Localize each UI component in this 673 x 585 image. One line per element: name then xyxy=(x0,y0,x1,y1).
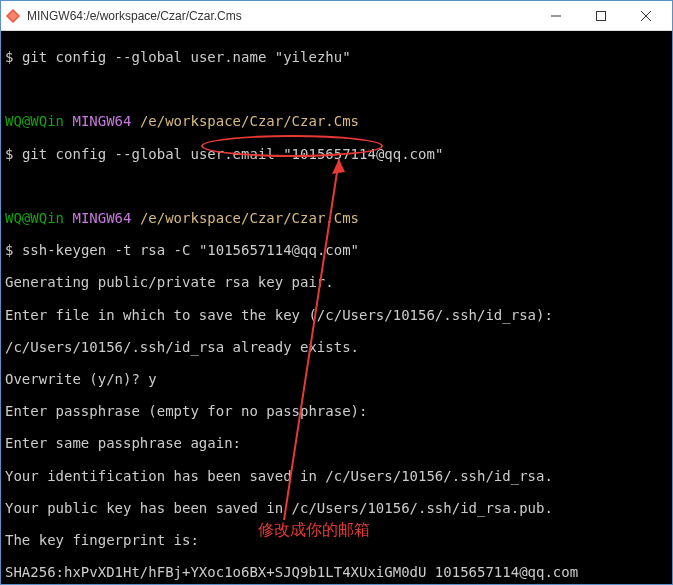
output-line: Enter same passphrase again: xyxy=(5,435,668,451)
terminal-window: MINGW64:/e/workspace/Czar/Czar.Cms $ git… xyxy=(0,0,673,585)
prompt-env: MINGW64 xyxy=(72,210,131,226)
window-title: MINGW64:/e/workspace/Czar/Czar.Cms xyxy=(27,9,533,23)
output-line: /c/Users/10156/.ssh/id_rsa already exist… xyxy=(5,339,668,355)
prompt-dollar: $ xyxy=(5,49,13,65)
prompt-path: /e/workspace/Czar/Czar.Cms xyxy=(140,210,359,226)
window-controls xyxy=(533,2,668,30)
maximize-button[interactable] xyxy=(578,2,623,30)
output-line: SHA256:hxPvXD1Ht/hFBj+YXoc1o6BX+SJQ9b1LT… xyxy=(5,564,668,580)
app-icon xyxy=(5,8,21,24)
output-line: The key fingerprint is: xyxy=(5,532,668,548)
command-text: git config --global user.email "10156571… xyxy=(22,146,443,162)
prompt-env: MINGW64 xyxy=(72,113,131,129)
output-line: Overwrite (y/n)? y xyxy=(5,371,668,387)
prompt-userhost: WQ@WQin xyxy=(5,113,64,129)
prompt-dollar: $ xyxy=(5,146,13,162)
command-text: git config --global user.name "yilezhu" xyxy=(22,49,351,65)
command-text: ssh-keygen -t rsa -C "1015657114@qq.com" xyxy=(22,242,359,258)
prompt-path: /e/workspace/Czar/Czar.Cms xyxy=(140,113,359,129)
titlebar[interactable]: MINGW64:/e/workspace/Czar/Czar.Cms xyxy=(1,1,672,31)
prompt-dollar: $ xyxy=(5,242,13,258)
close-button[interactable] xyxy=(623,2,668,30)
output-line: Generating public/private rsa key pair. xyxy=(5,274,668,290)
output-line: Enter passphrase (empty for no passphras… xyxy=(5,403,668,419)
minimize-button[interactable] xyxy=(533,2,578,30)
terminal-body[interactable]: $ git config --global user.name "yilezhu… xyxy=(1,31,672,584)
output-line: Your public key has been saved in /c/Use… xyxy=(5,500,668,516)
svg-rect-3 xyxy=(596,11,605,20)
output-line: Your identification has been saved in /c… xyxy=(5,468,668,484)
prompt-userhost: WQ@WQin xyxy=(5,210,64,226)
output-line: Enter file in which to save the key (/c/… xyxy=(5,307,668,323)
